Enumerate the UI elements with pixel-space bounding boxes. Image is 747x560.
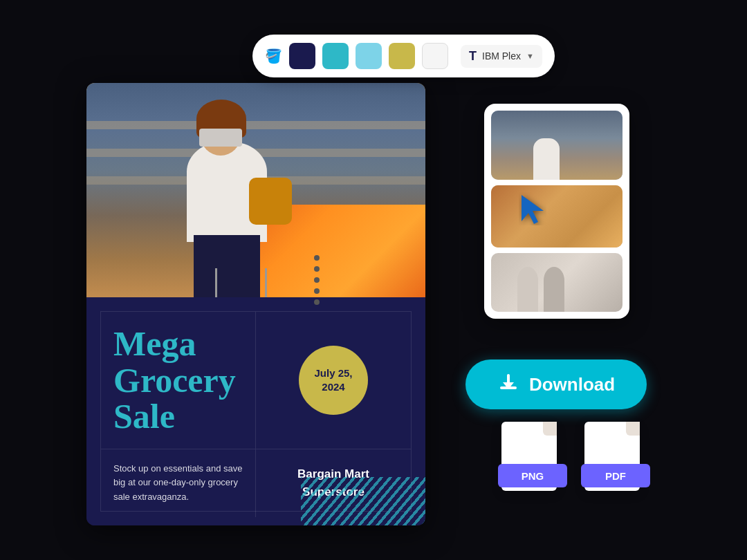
color-toolbar: 🪣 T IBM Plex ▼ [252, 35, 555, 77]
poster-photo [86, 83, 425, 304]
png-label: PNG [522, 470, 544, 482]
paper-fold [543, 422, 557, 436]
color-swatch-light-blue[interactable] [356, 43, 382, 69]
poster-container: Mega Grocery Sale July 25,2024 Stock up … [86, 83, 425, 525]
title-line3: Sale [113, 397, 175, 436]
pdf-label: PDF [605, 470, 626, 482]
title-cell: Mega Grocery Sale [101, 312, 256, 449]
image-thumb-3[interactable] [491, 253, 622, 312]
color-swatch-gold[interactable] [389, 43, 415, 69]
paper-fold-2 [626, 422, 640, 436]
nav-dot-5 [314, 299, 320, 305]
title-line1: Mega [113, 324, 196, 363]
cursor-arrow [519, 192, 546, 228]
font-name-label: IBM Plex [482, 50, 521, 62]
mask [199, 129, 242, 147]
color-swatch-teal[interactable] [322, 43, 349, 69]
poster-title: Mega Grocery Sale [113, 326, 243, 435]
nav-dots [314, 255, 320, 305]
date-circle: July 25,2024 [299, 346, 368, 415]
title-line2: Grocery [113, 361, 236, 400]
img-bg-2 [491, 185, 622, 248]
nav-dot-4 [314, 288, 320, 294]
stripe-decoration [301, 477, 425, 525]
png-file-icon[interactable]: PNG [501, 422, 564, 498]
paint-bucket-icon: 🪣 [265, 48, 282, 64]
download-icon [497, 371, 519, 398]
color-swatch-dark-navy[interactable] [289, 43, 315, 69]
main-container: 🪣 T IBM Plex ▼ [0, 0, 747, 560]
date-cell: July 25,2024 [256, 312, 411, 449]
poster-description: Stock up on essentials and save big at o… [113, 462, 243, 505]
poster: Mega Grocery Sale July 25,2024 Stock up … [86, 83, 425, 525]
image-thumb-2[interactable] [491, 185, 622, 248]
nav-dot-2 [314, 266, 320, 272]
nav-dot-3 [314, 277, 320, 283]
description-cell: Stock up on essentials and save big at o… [101, 449, 256, 517]
nav-dot-1 [314, 255, 320, 261]
download-button[interactable]: Download [465, 360, 647, 409]
pdf-file-icon[interactable]: PDF [584, 422, 647, 498]
poster-info-area: Mega Grocery Sale July 25,2024 Stock up … [86, 297, 425, 525]
img-persons-3 [517, 267, 564, 312]
png-badge: PNG [498, 464, 567, 487]
font-dropdown-icon: ▼ [526, 52, 534, 60]
shoulder-bag [249, 178, 292, 225]
svg-marker-12 [522, 195, 544, 224]
img-person-1 [531, 118, 569, 180]
image-thumb-1[interactable] [491, 111, 622, 180]
font-t-icon: T [469, 49, 477, 64]
download-label: Download [529, 374, 615, 395]
stripe-inner [301, 477, 425, 525]
image-selector-panel [484, 104, 629, 319]
pdf-badge: PDF [581, 464, 650, 487]
svg-rect-14 [507, 374, 510, 384]
color-swatch-white[interactable] [422, 43, 448, 69]
font-selector[interactable]: T IBM Plex ▼ [461, 45, 542, 68]
file-icons-container: PNG PDF [501, 422, 647, 498]
